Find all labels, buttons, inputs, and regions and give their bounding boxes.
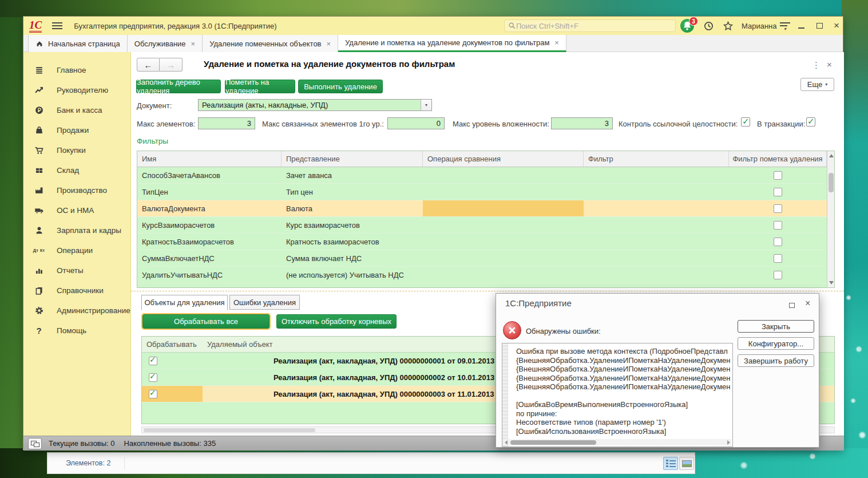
- sidebar-item-manager[interactable]: Руководителю: [23, 83, 131, 97]
- sidebar-item-operations[interactable]: ДтКт Операции: [23, 243, 131, 257]
- tab-home[interactable]: Начальная страница: [28, 35, 128, 52]
- sidebar-item-help[interactable]: ? Помощь: [23, 323, 131, 337]
- mark-for-deletion-button[interactable]: Пометить на удаление: [225, 80, 295, 93]
- filter-mark-checkbox[interactable]: [774, 188, 782, 196]
- tab-deletion-errors[interactable]: Ошибки удаления: [229, 295, 300, 310]
- back-button[interactable]: ←: [137, 58, 160, 72]
- filter-row[interactable]: КратностьВзаиморасчетов Кратность взаимо…: [137, 234, 827, 250]
- filter-mark-checkbox[interactable]: [774, 238, 782, 246]
- sidebar-item-salary-hr[interactable]: Зарплата и кадры: [23, 223, 131, 237]
- max-linked-field[interactable]: 0: [387, 117, 445, 129]
- search-box[interactable]: [504, 19, 676, 32]
- scroll-right-arrow[interactable]: [727, 440, 730, 445]
- tab-objects-for-deletion[interactable]: Объекты для удаления: [141, 295, 228, 310]
- process-checkbox[interactable]: ✓: [149, 390, 157, 398]
- thumbnails-view-icon[interactable]: [679, 457, 694, 470]
- scrollbar-thumb[interactable]: [510, 440, 596, 445]
- filter-row[interactable]: СуммаВключаетНДС Сумма включает НДС: [137, 250, 827, 267]
- accumulated-calls: Накопленные вызовы: 335: [124, 439, 216, 448]
- favorites-star-icon[interactable]: [723, 21, 734, 33]
- scrollbar-thumb[interactable]: [829, 173, 834, 192]
- tab-close-icon[interactable]: ×: [554, 38, 559, 47]
- truck-icon: [34, 205, 44, 215]
- max-depth-field[interactable]: 3: [551, 117, 613, 129]
- configurator-button[interactable]: Конфигуратор...: [738, 337, 814, 350]
- execute-deletion-button[interactable]: Выполнить удаление: [298, 80, 383, 93]
- scroll-up-arrow[interactable]: [829, 154, 834, 157]
- col-filter[interactable]: Фильтр: [584, 151, 729, 167]
- ref-integrity-checkbox[interactable]: ✓: [741, 117, 750, 127]
- sidebar-item-main[interactable]: Главное: [23, 63, 131, 77]
- minimize-button[interactable]: [795, 20, 807, 31]
- current-calls: Текущие вызовы: 0: [49, 439, 115, 448]
- tab-close-icon[interactable]: ×: [191, 39, 196, 48]
- dialog-minimize-icon[interactable]: [789, 303, 795, 308]
- form-close-icon[interactable]: ×: [827, 60, 832, 69]
- panel-splitter[interactable]: [131, 291, 844, 291]
- books-icon: [34, 285, 44, 295]
- col-filter-mark[interactable]: Фильтр пометка удаления: [729, 151, 827, 167]
- details-view-icon[interactable]: [663, 457, 678, 470]
- filter-mark-checkbox[interactable]: [774, 254, 782, 263]
- filters-vertical-scrollbar[interactable]: [827, 151, 834, 287]
- tab-service[interactable]: Обслуживание ×: [128, 35, 203, 52]
- close-dialog-button[interactable]: Закрыть: [738, 320, 814, 333]
- maximize-button[interactable]: [813, 20, 826, 31]
- dialog-close-icon[interactable]: ×: [805, 298, 810, 309]
- history-icon[interactable]: [703, 21, 714, 33]
- sidebar-item-warehouse[interactable]: Склад: [23, 163, 131, 177]
- window-title: Бухгалтерия предприятия, редакция 3.0 (1…: [74, 22, 276, 30]
- forward-button[interactable]: →: [160, 58, 183, 72]
- process-checkbox[interactable]: ✓: [149, 357, 157, 365]
- tab-marked-objects-deletion[interactable]: Удаление помеченных объектов ×: [203, 35, 338, 52]
- user-menu-icon[interactable]: ▾: [780, 22, 790, 30]
- main-menu-icon[interactable]: [52, 22, 62, 29]
- filter-mark-checkbox[interactable]: [774, 271, 782, 279]
- col-process[interactable]: Обрабатывать: [142, 337, 203, 352]
- tab-deletion-by-filters[interactable]: Удаление и пометка на удаление документо…: [338, 35, 566, 52]
- col-name[interactable]: Имя: [137, 151, 282, 167]
- process-all-button[interactable]: Обрабатывать все: [142, 314, 269, 329]
- search-input[interactable]: [516, 21, 675, 31]
- filter-row[interactable]: УдалитьУчитыватьНДС (не используется) Уч…: [137, 267, 827, 283]
- tab-close-icon[interactable]: ×: [327, 39, 331, 48]
- process-checkbox[interactable]: ✓: [149, 373, 157, 382]
- scroll-left-arrow[interactable]: [505, 440, 508, 445]
- dialog-message: Обнаружены ошибки:: [526, 327, 601, 335]
- filter-row[interactable]: КурсВзаиморасчетов Курс взаиморасчетов: [137, 217, 827, 234]
- quit-button[interactable]: Завершить работу: [738, 354, 814, 367]
- col-representation[interactable]: Представление: [282, 151, 423, 167]
- filter-mark-checkbox[interactable]: [774, 171, 782, 180]
- error-text-box[interactable]: Ошибка при вызове метода контекста (Подр…: [502, 343, 733, 447]
- sidebar-item-fixed-assets[interactable]: ОС и НМА: [23, 203, 131, 217]
- col-comparison[interactable]: Операция сравнения: [423, 151, 584, 167]
- close-button[interactable]: ×: [830, 20, 843, 31]
- fill-deletion-tree-button[interactable]: Заполнить дерево удаления: [136, 80, 221, 93]
- sidebar-item-sales[interactable]: Продажи: [23, 123, 131, 137]
- selected-cell[interactable]: [423, 200, 584, 216]
- disable-root-processing-button[interactable]: Отключить обработку корневых: [276, 314, 397, 329]
- filter-mark-checkbox[interactable]: [774, 204, 782, 213]
- scroll-down-arrow[interactable]: [829, 281, 834, 285]
- filter-row[interactable]: ТипЦен Тип цен: [137, 184, 827, 200]
- sidebar-item-production[interactable]: Производство: [23, 183, 131, 197]
- filter-mark-checkbox[interactable]: [774, 221, 782, 230]
- max-elements-field[interactable]: 3: [198, 117, 255, 129]
- filter-row[interactable]: СпособЗачетаАвансов Зачет аванса: [137, 167, 827, 184]
- sidebar-item-directories[interactable]: Справочники: [23, 283, 131, 297]
- filter-row-selected[interactable]: ВалютаДокумента Валюта: [137, 200, 827, 217]
- scrollbar-thumb[interactable]: [144, 428, 315, 432]
- sidebar-item-administration[interactable]: Администрирование: [23, 303, 131, 317]
- user-name[interactable]: Марианна: [742, 22, 777, 30]
- document-field[interactable]: Реализация (акты, накладные, УПД): [198, 99, 421, 111]
- sidebar-item-purchases[interactable]: Покупки: [23, 143, 131, 157]
- document-dropdown-button[interactable]: ▾: [421, 99, 432, 111]
- sidebar-item-bank-cash[interactable]: Банк и касса: [23, 103, 131, 117]
- bar-chart-icon: [34, 265, 44, 275]
- in-transaction-checkbox[interactable]: ✓: [806, 117, 815, 127]
- more-dots-icon[interactable]: ⋮: [812, 60, 821, 70]
- dialog-horizontal-scrollbar[interactable]: [504, 439, 731, 445]
- more-button[interactable]: Еще▾: [800, 78, 834, 91]
- calls-monitor-icon[interactable]: [28, 438, 42, 449]
- sidebar-item-reports[interactable]: Отчеты: [23, 263, 131, 277]
